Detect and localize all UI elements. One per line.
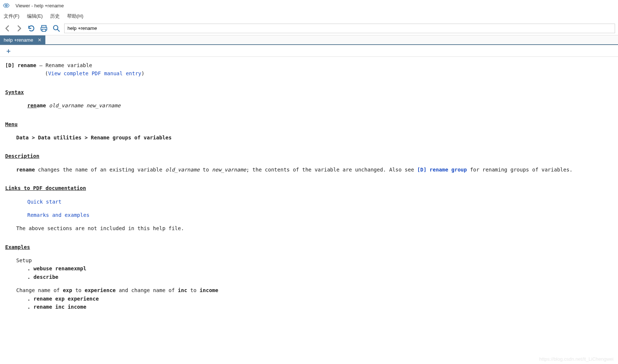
header-desc: Rename variable — [46, 62, 92, 68]
desc-t4: for renaming groups of variables. — [467, 167, 573, 173]
tab-bar: help +rename ✕ — [0, 35, 618, 45]
desc-old: old_varname — [166, 167, 200, 173]
section-description[interactable]: Description — [5, 152, 39, 160]
ex-cmd-describe: . describe — [5, 273, 613, 281]
pdf-manual-link[interactable]: View complete PDF manual entry — [48, 70, 141, 76]
syntax-newvar: new_varname — [86, 103, 121, 108]
desc-t3: ; the contents of the variable are uncha… — [246, 167, 417, 173]
link-remarks-examples[interactable]: Remarks and examples — [27, 212, 90, 218]
print-button[interactable] — [39, 24, 49, 33]
manual-ref: [D] — [5, 62, 14, 68]
menu-bar: 文件(F) 编辑(E) 历史 帮助(H) — [0, 11, 618, 21]
ex-change-line: Change name of exp to experience and cha… — [5, 286, 613, 294]
desc-t1: changes the name of an existing variable — [35, 167, 166, 173]
desc-t2: to — [199, 167, 212, 173]
svg-rect-3 — [42, 29, 46, 31]
back-button[interactable] — [3, 24, 12, 33]
section-syntax[interactable]: Syntax — [5, 88, 24, 96]
ex-setup-label: Setup — [5, 256, 613, 264]
syntax-cmd-underlined: ren — [27, 103, 37, 108]
ex-cmd-rename1: . rename exp experience — [5, 295, 613, 303]
syntax-oldvar: old_varname — [49, 103, 83, 108]
menu-path: Data > Data utilities > Rename groups of… — [5, 134, 613, 142]
window-title: Viewer - help +rename — [15, 3, 64, 8]
menu-edit[interactable]: 编辑(E) — [27, 13, 43, 20]
section-links[interactable]: Links to PDF documentation — [5, 184, 86, 192]
svg-point-0 — [6, 5, 7, 6]
ex-b1: exp — [63, 287, 72, 293]
ex-b4: income — [199, 287, 218, 293]
menu-history[interactable]: 历史 — [50, 13, 60, 20]
title-bar: Viewer - help +rename — [0, 0, 618, 11]
toolbar — [0, 21, 618, 35]
add-tab-bar: ＋ — [0, 45, 618, 57]
tab-label: help +rename — [4, 37, 33, 43]
help-content: [D] rename — Rename variable (View compl… — [0, 57, 618, 326]
app-icon — [3, 3, 10, 8]
svg-line-5 — [58, 30, 59, 31]
syntax-cmd-rest: ame — [37, 103, 46, 108]
svg-point-4 — [53, 25, 58, 30]
header-dash: — — [39, 62, 46, 68]
ex-cmd-webuse: . webuse renamexmpl — [5, 264, 613, 273]
add-tab-button[interactable]: ＋ — [5, 46, 12, 55]
links-note: The above sections are not included in t… — [5, 224, 613, 232]
ex-cmd-rename2: . rename inc income — [5, 303, 613, 311]
description-text: rename changes the name of an existing v… — [5, 166, 613, 174]
menu-help[interactable]: 帮助(H) — [67, 13, 83, 20]
tab-close-icon[interactable]: ✕ — [38, 37, 42, 43]
help-header: [D] rename — Rename variable — [5, 61, 613, 69]
tab-help-rename[interactable]: help +rename ✕ — [0, 35, 45, 44]
ex-b2: experience — [84, 287, 115, 293]
address-input[interactable] — [64, 24, 615, 33]
desc-cmd: rename — [16, 167, 35, 173]
ex-b3: inc — [178, 287, 187, 293]
section-menu[interactable]: Menu — [5, 120, 18, 128]
command-name: rename — [18, 62, 37, 68]
ex-t4: to — [187, 287, 200, 293]
search-button[interactable] — [52, 24, 61, 33]
ex-t1: Change name of — [16, 287, 63, 293]
menu-file[interactable]: 文件(F) — [4, 13, 20, 20]
ex-t2: to — [72, 287, 85, 293]
pdf-link-line: (View complete PDF manual entry) — [5, 69, 613, 77]
ex-t3: and change name of — [116, 287, 178, 293]
link-quick-start[interactable]: Quick start — [27, 199, 62, 205]
forward-button[interactable] — [15, 24, 24, 33]
section-examples[interactable]: Examples — [5, 243, 30, 251]
reload-button[interactable] — [27, 24, 36, 33]
syntax-line: rename old_varname new_varname — [5, 101, 613, 110]
desc-new: new_varname — [212, 167, 246, 173]
rename-group-link[interactable]: [D] rename group — [417, 167, 467, 173]
